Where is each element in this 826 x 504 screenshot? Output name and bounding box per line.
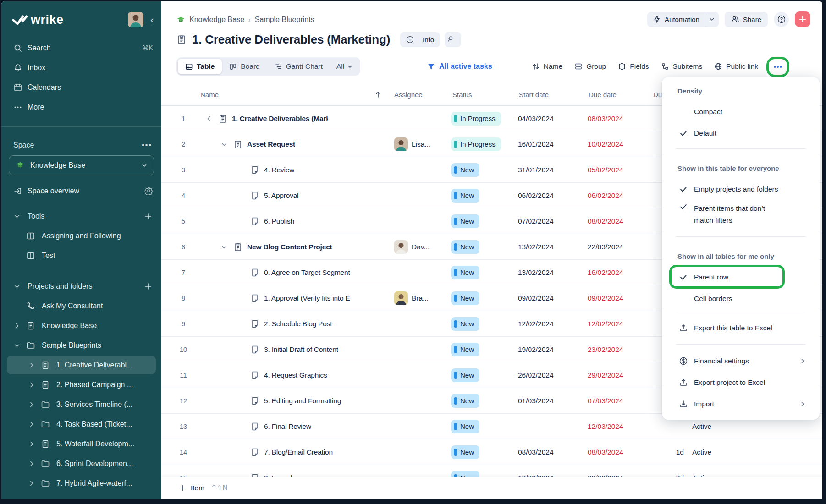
menu-item-financial-settings[interactable]: Financial settings [662, 350, 820, 372]
sidebar-item[interactable]: Assigning and Following [1, 226, 161, 246]
status-badge[interactable]: New [451, 445, 479, 459]
sidebar-item-inbox[interactable]: Inbox [1, 58, 161, 77]
automation-dropdown[interactable] [705, 12, 719, 27]
sidebar-item-more[interactable]: More [1, 97, 161, 117]
status-badge[interactable]: New [451, 240, 479, 254]
main-panel: Knowledge Base › Sample Blueprints 1. Cr… [161, 1, 822, 499]
chevron-down-icon[interactable] [220, 141, 228, 148]
check-icon [677, 203, 689, 211]
row-number: 10 [174, 346, 193, 353]
task-name-cell: Asset Request [220, 140, 295, 149]
sidebar-item-search[interactable]: Search⌘K [1, 38, 161, 58]
tab-table[interactable]: Table [178, 59, 222, 74]
tool-subitems[interactable]: Subitems [661, 62, 703, 71]
chevron-left-icon[interactable] [205, 115, 213, 122]
pin-icon [446, 35, 454, 44]
status-badge[interactable]: New [451, 420, 479, 433]
filter-button[interactable]: All active tasks [427, 57, 492, 76]
task-name-cell: 6. Final Review [250, 422, 311, 431]
section-header-tools[interactable]: Tools [1, 206, 161, 226]
add-icon[interactable] [144, 212, 152, 220]
sidebar-item[interactable]: Test [1, 246, 161, 265]
status-badge[interactable]: New [451, 163, 479, 177]
status-badge[interactable]: In Progress [451, 137, 501, 151]
menu-item-parent-row[interactable]: Parent row [662, 266, 820, 288]
tool-group[interactable]: Group [574, 62, 606, 71]
sidebar-item[interactable]: 4. Task Based (Ticket... [1, 414, 161, 434]
sidebar-item[interactable]: 6. Sprint Developmen... [1, 454, 161, 473]
status-badge[interactable]: New [451, 266, 479, 279]
status-badge[interactable]: New [451, 471, 479, 477]
plus-icon [179, 484, 186, 492]
menu-item-label: Compact [694, 108, 722, 116]
sidebar-item-space-overview[interactable]: Space overview [1, 181, 161, 201]
add-item-bar[interactable]: Item ^⇧N [161, 477, 822, 499]
sidebar-item[interactable]: Sample Blueprints [1, 335, 161, 355]
status-badge[interactable]: New [451, 394, 479, 408]
status-badge[interactable]: New [451, 189, 479, 203]
pin-button[interactable] [445, 32, 461, 47]
menu-item-export-this-table-to-excel[interactable]: Export this table to Excel [662, 317, 820, 339]
menu-item-cell-borders[interactable]: Cell borders [662, 288, 820, 309]
automation-button[interactable]: Automation [647, 12, 719, 27]
sidebar-item[interactable]: 8. PMO Structure (Por... [1, 493, 161, 499]
column-header-due[interactable]: Due date [589, 91, 617, 99]
sort-arrow-icon[interactable] [375, 91, 381, 98]
task-name: 1. Creative Deliverables (Marketing [232, 115, 328, 123]
section-header-projects-and-folders[interactable]: Projects and folders [1, 276, 161, 296]
column-header-assignee[interactable]: Assignee [394, 91, 423, 99]
sidebar-item-calendars[interactable]: Calendars [1, 77, 161, 97]
breadcrumb-item[interactable]: Knowledge Base [189, 16, 244, 24]
add-icon[interactable] [144, 282, 152, 290]
status-badge[interactable]: New [451, 317, 479, 331]
user-avatar[interactable] [128, 12, 143, 27]
sidebar-nav: Search⌘KInboxCalendarsMore [1, 38, 161, 117]
column-header-name[interactable]: Name [200, 91, 219, 99]
menu-item-default[interactable]: Default [662, 122, 820, 144]
table-row[interactable]: 147. Blog/Email CreationNew08/03/202408/… [161, 439, 822, 465]
sidebar-item[interactable]: 1. Creative Deliverabl... [1, 355, 161, 375]
breadcrumb-item[interactable]: Sample Blueprints [255, 16, 314, 24]
tab-board[interactable]: Board [222, 59, 267, 74]
menu-item-empty-projects-and-folders[interactable]: Empty projects and folders [662, 178, 820, 200]
menu-item-label: Financial settings [694, 357, 749, 365]
column-header-start[interactable]: Start date [519, 91, 549, 99]
document-icon [26, 321, 35, 330]
status-badge[interactable]: New [451, 343, 479, 356]
view-filter-dropdown[interactable]: All [330, 62, 359, 71]
status-label: New [460, 397, 474, 405]
status-label: New [460, 345, 474, 353]
status-badge[interactable]: New [451, 291, 479, 305]
wrike-logo-text: wrike [31, 13, 64, 27]
share-button[interactable]: Share [725, 12, 768, 27]
tool-public-link[interactable]: Public link [714, 62, 758, 71]
help-button[interactable] [774, 12, 789, 27]
table-row[interactable]: 158. LaunchNew13/03/202422/03/20248dActi… [161, 465, 822, 477]
create-button[interactable] [795, 11, 810, 27]
sidebar-item[interactable]: 2. Phased Campaign ... [1, 375, 161, 394]
status-badge[interactable]: In Progress [451, 112, 501, 126]
tab-gantt-chart[interactable]: Gantt Chart [267, 59, 330, 74]
collapse-sidebar-icon[interactable]: ‹ [150, 14, 154, 26]
sidebar-item[interactable]: 5. Waterfall Developm... [1, 434, 161, 454]
sidebar-item[interactable]: Ask My Consultant [1, 296, 161, 316]
sidebar-item[interactable]: 7. Hybrid Agile-waterf... [1, 473, 161, 493]
more-options-button[interactable] [767, 59, 788, 75]
space-selector[interactable]: Knowledge Base [9, 155, 154, 175]
column-header-status[interactable]: Status [452, 91, 472, 99]
space-more-icon[interactable]: ••• [142, 141, 152, 149]
due-date: 12/02/2024 [588, 320, 623, 328]
sidebar-item[interactable]: 3. Services Timeline (... [1, 394, 161, 414]
status-badge[interactable]: New [451, 214, 479, 228]
chevron-down-icon[interactable] [220, 243, 228, 251]
menu-item-compact[interactable]: Compact [662, 101, 820, 122]
menu-item-import[interactable]: Import [662, 393, 820, 415]
sidebar-item[interactable]: Knowledge Base [1, 316, 161, 335]
menu-item-parent-items-that-don-t-match-filters[interactable]: Parent items that don’t match filters [662, 200, 820, 229]
tool-fields[interactable]: Fields [618, 62, 649, 71]
tool-name[interactable]: Name [532, 62, 562, 71]
menu-item-export-project-to-excel[interactable]: Export project to Excel [662, 372, 820, 393]
status-badge[interactable]: New [451, 368, 479, 382]
gear-icon[interactable] [144, 186, 153, 195]
info-button[interactable]: Info [400, 32, 440, 47]
